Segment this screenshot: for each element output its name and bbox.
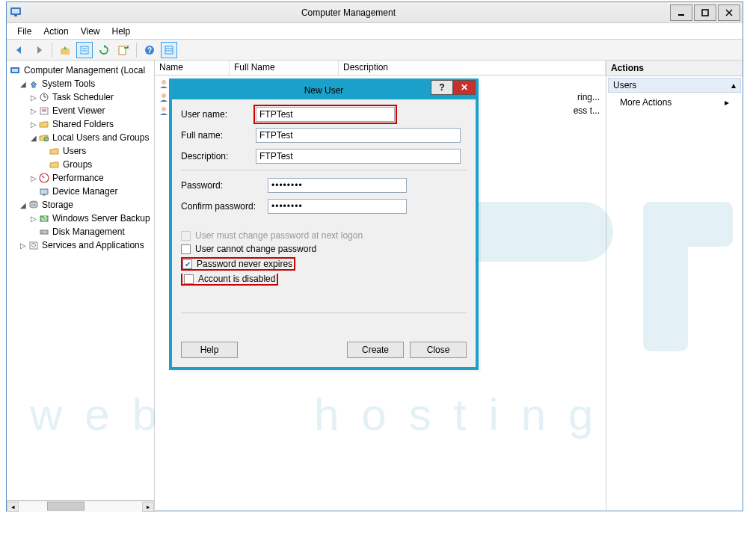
collapse-icon[interactable]: ▴	[731, 80, 736, 90]
svg-text:?: ?	[147, 46, 152, 55]
user-icon	[158, 105, 170, 117]
check-must-change: User must change password at next logon	[181, 230, 467, 241]
label: Account is disabled	[198, 274, 275, 284]
fullname-label: Full name:	[181, 130, 256, 141]
label: Services and Applications	[42, 240, 144, 250]
tree-services[interactable]: ▷Services and Applications	[8, 238, 154, 252]
tree-disk-mgmt[interactable]: Disk Management	[8, 225, 154, 238]
svg-point-39	[162, 93, 166, 98]
tree-shared-folders[interactable]: ▷Shared Folders	[8, 117, 154, 131]
dialog-titlebar: New User ? ✕	[172, 81, 476, 99]
tree-event-viewer[interactable]: ▷Event Viewer	[8, 104, 154, 117]
description-input[interactable]	[256, 149, 461, 164]
tree-root[interactable]: Computer Management (Local	[8, 64, 154, 77]
close-button[interactable]	[718, 4, 740, 21]
label: Users	[63, 146, 86, 156]
titlebar: Computer Management	[7, 2, 743, 23]
dialog-close-button[interactable]: ✕	[453, 80, 476, 95]
scroll-thumb[interactable]	[47, 502, 84, 511]
create-button[interactable]: Create	[347, 342, 404, 358]
menu-help[interactable]: Help	[106, 25, 137, 38]
label: Local Users and Groups	[52, 132, 149, 143]
menu-view[interactable]: View	[75, 25, 106, 38]
export-icon[interactable]	[115, 42, 132, 58]
label: Event Viewer	[52, 105, 105, 116]
list-header: Name Full Name Description	[155, 61, 606, 76]
dialog-help-button[interactable]: ?	[431, 80, 453, 95]
svg-point-32	[30, 205, 37, 208]
svg-rect-4	[702, 10, 708, 16]
svg-rect-14	[165, 46, 173, 54]
label: Device Manager	[52, 186, 117, 197]
svg-rect-28	[40, 189, 48, 194]
confirm-password-input[interactable]	[268, 199, 407, 214]
label: Windows Server Backup	[52, 213, 150, 224]
col-description[interactable]: Description	[339, 61, 606, 75]
desc: ess t...	[574, 105, 600, 116]
label: Task Scheduler	[52, 92, 114, 102]
label: User must change password at next logon	[195, 230, 363, 241]
tree-hscrollbar[interactable]: ◂ ▸	[7, 500, 154, 512]
menu-file[interactable]: File	[11, 25, 37, 38]
chevron-right-icon: ▸	[725, 97, 729, 108]
tree-performance[interactable]: ▷Performance	[8, 171, 154, 185]
scroll-left-icon[interactable]: ◂	[7, 502, 19, 512]
menu-bar: File Action View Help	[7, 23, 743, 40]
tree-groups[interactable]: Groups	[8, 158, 154, 171]
minimize-button[interactable]	[670, 4, 692, 21]
check-cannot-change[interactable]: User cannot change password	[181, 244, 467, 254]
dialog-title: New User	[304, 85, 344, 96]
label: Shared Folders	[52, 119, 114, 129]
forward-icon[interactable]	[31, 42, 47, 58]
up-folder-icon[interactable]	[57, 42, 73, 58]
tree-users[interactable]: Users	[8, 144, 154, 158]
label: Storage	[42, 200, 73, 210]
check-never-expires[interactable]: ✔ Password never expires	[181, 257, 467, 271]
label: More Actions	[620, 97, 672, 108]
menu-action[interactable]: Action	[37, 25, 74, 38]
help-button[interactable]: Help	[181, 342, 238, 358]
list-view-icon[interactable]	[161, 42, 177, 58]
tree-wsb[interactable]: ▷Windows Server Backup	[8, 212, 154, 225]
password-input[interactable]	[268, 178, 407, 193]
svg-rect-2	[14, 15, 17, 16]
tree-storage[interactable]: ◢Storage	[8, 198, 154, 212]
tree-system-tools[interactable]: ◢System Tools	[8, 77, 154, 90]
checkbox-icon[interactable]	[181, 244, 191, 254]
checkbox-icon[interactable]: ✔	[182, 259, 192, 269]
svg-point-25	[44, 137, 49, 141]
tree-task-scheduler[interactable]: ▷Task Scheduler	[8, 90, 154, 104]
checkbox-icon[interactable]	[184, 274, 194, 284]
col-name[interactable]: Name	[155, 61, 230, 75]
actions-more[interactable]: More Actions ▸	[606, 94, 743, 111]
tree-root-label: Computer Management (Local	[24, 65, 145, 76]
user-icon	[158, 91, 170, 103]
col-fullname[interactable]: Full Name	[230, 61, 339, 75]
refresh-icon[interactable]	[96, 42, 112, 58]
checkbox-icon	[181, 231, 191, 241]
tree-device-manager[interactable]: Device Manager	[8, 185, 154, 198]
actions-users[interactable]: Users ▴	[608, 78, 741, 93]
tree-local-users-groups[interactable]: ◢Local Users and Groups	[8, 131, 154, 144]
username-input[interactable]	[256, 107, 395, 122]
label: System Tools	[42, 78, 95, 89]
label: Performance	[52, 173, 104, 183]
properties-icon[interactable]	[76, 42, 93, 58]
actions-title: Actions	[606, 61, 743, 76]
label: User cannot change password	[195, 244, 316, 254]
window-title: Computer Management	[28, 7, 669, 18]
fullname-input[interactable]	[256, 128, 461, 143]
actions-pane: Actions Users ▴ More Actions ▸	[606, 61, 743, 512]
password-label: Password:	[181, 180, 268, 191]
scroll-right-icon[interactable]: ▸	[142, 502, 154, 512]
desc: ring...	[577, 92, 600, 102]
maximize-button[interactable]	[694, 4, 716, 21]
check-disabled[interactable]: Account is disabled	[181, 274, 467, 286]
svg-rect-1	[12, 9, 19, 13]
label: Disk Management	[52, 227, 125, 237]
close-button-dialog[interactable]: Close	[410, 342, 467, 358]
help-icon[interactable]: ?	[141, 42, 158, 58]
svg-point-35	[42, 232, 43, 233]
back-icon[interactable]	[11, 42, 28, 58]
new-user-dialog: New User ? ✕ User name: Full name: Descr…	[169, 78, 479, 370]
